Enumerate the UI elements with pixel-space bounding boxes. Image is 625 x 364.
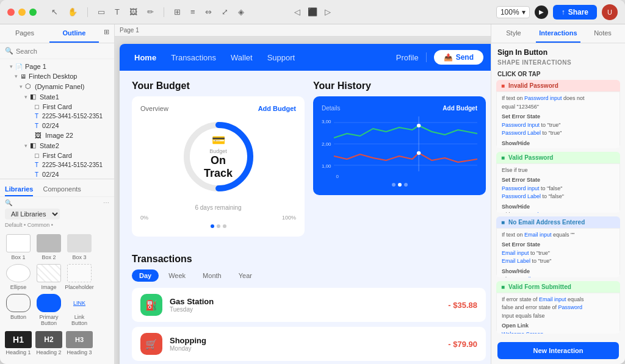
libraries-tabs: Libraries Components <box>0 183 114 197</box>
component-box1[interactable]: Box 1 <box>5 234 32 260</box>
tab-outline[interactable]: Outline <box>49 24 99 43</box>
right-panel: Style Interactions Notes Sign In Button … <box>491 24 625 364</box>
avatar[interactable]: U <box>602 4 618 20</box>
search-input[interactable] <box>16 48 109 55</box>
heading-1[interactable]: H1Heading 1 <box>5 331 32 355</box>
tab-interactions[interactable]: Interactions <box>536 24 580 43</box>
card-header: Overview Add Budget <box>140 105 296 112</box>
zoom-control[interactable]: 100% ▾ <box>496 6 530 18</box>
nav-divider <box>426 52 427 62</box>
transaction-item-gas: ⛽ Gas Station Tuesday - $35.88 <box>132 288 486 322</box>
toolbar-center: ◁ ⬛ ▷ <box>294 7 331 16</box>
interaction-body-3: If text on Email input equals "" Set Err… <box>496 228 620 277</box>
tree-item-page1[interactable]: ▾📄Page 1 <box>0 62 114 71</box>
rectangle-icon[interactable]: ▭ <box>95 6 107 18</box>
nav-transactions[interactable]: Transactions <box>171 53 216 62</box>
tab-notes[interactable]: Notes <box>580 24 625 43</box>
libraries-section: Libraries Components 🔍 ⋯ All Libraries D… <box>0 179 114 364</box>
main-content: Pages Outline ⊞ 🔍 ▾📄Page 1 ▾🖥Fintech Des… <box>0 24 625 364</box>
tab-day[interactable]: Day <box>132 269 159 282</box>
component-primary-button[interactable]: Primary Button <box>35 294 62 326</box>
tab-week[interactable]: Week <box>161 269 193 282</box>
tree-item-first-card-1[interactable]: ▾□First Card <box>0 102 114 112</box>
dot-1 <box>211 224 214 228</box>
grid-icon[interactable]: ⊞ <box>172 6 183 18</box>
history-card: Details Add Budget 3,00 2,00 1,00 <box>313 96 486 195</box>
filter-icon[interactable]: ⊞ <box>99 24 114 43</box>
component-placeholder[interactable]: Placeholder <box>66 264 93 290</box>
nav-wallet[interactable]: Wallet <box>231 53 253 62</box>
tree-item-card-num-2[interactable]: ▾T2225-3441-5152-2351 <box>0 160 114 170</box>
heading-3[interactable]: H3Heading 3 <box>66 331 93 355</box>
share-button[interactable]: ↑ Share <box>553 5 597 20</box>
zoom-level: 100% <box>500 8 519 16</box>
expand-icon[interactable]: ⤢ <box>219 6 231 18</box>
text-icon[interactable]: T <box>112 6 122 18</box>
shopping-name: Shopping <box>170 336 441 345</box>
component-box2[interactable]: Box 2 <box>35 234 62 260</box>
tree-item-date-1[interactable]: ▾T02/24 <box>0 121 114 130</box>
divider <box>87 7 88 17</box>
component-icon[interactable]: ◈ <box>236 6 247 18</box>
tree-item-date-2[interactable]: ▾T02/24 <box>0 170 114 179</box>
nav-home[interactable]: Home <box>134 53 156 62</box>
tree-item-state1[interactable]: ▾◧State1 <box>0 91 114 102</box>
send-icon: 📤 <box>444 53 453 62</box>
tab-pages[interactable]: Pages <box>0 24 49 43</box>
tab-components[interactable]: Components <box>43 183 81 196</box>
panel-tabs: Style Interactions Notes <box>491 24 625 43</box>
app-body: Your Budget Overview Add Budget <box>120 71 491 246</box>
transactions-title: Transactions <box>132 254 486 265</box>
budget-title: Your Budget <box>132 80 305 91</box>
heading-2[interactable]: H2Heading 2 <box>35 331 62 355</box>
interaction-valid-password: ■ Valid Password Else if true Set Error … <box>496 152 620 213</box>
tree-item-state2[interactable]: ▾◧State2 <box>0 140 114 151</box>
tree-item-first-card-2[interactable]: ▾□First Card <box>0 151 114 160</box>
fullscreen-button[interactable] <box>29 9 37 16</box>
component-link-button[interactable]: LINKLink Button <box>66 294 93 326</box>
canvas-page-label: Page 1 <box>115 24 491 37</box>
budget-card: Overview Add Budget <box>132 96 305 237</box>
budget-icon: 💳 <box>198 134 238 147</box>
tree-item-card-num-1[interactable]: ▾T2225-3441-5152-2351 <box>0 112 114 121</box>
preview-left-icon[interactable]: ◁ <box>294 7 300 16</box>
cursor-icon[interactable]: ↖ <box>49 6 60 18</box>
nav-profile[interactable]: Profile <box>396 53 419 62</box>
align-icon[interactable]: ≡ <box>188 6 198 18</box>
shape-interactions-label: SHAPE INTERACTIONS <box>491 59 625 70</box>
hdot-2 <box>398 183 402 187</box>
component-box3[interactable]: Box 3 <box>66 234 93 260</box>
tab-year[interactable]: Year <box>231 269 259 282</box>
library-dropdown[interactable]: All Libraries <box>5 209 60 219</box>
tab-month[interactable]: Month <box>195 269 229 282</box>
play-icon[interactable]: ▶ <box>535 5 548 19</box>
tree-item-dynamic-panel[interactable]: ▾⬡(Dynamic Panel) <box>0 81 114 91</box>
component-button[interactable]: Button <box>5 294 32 326</box>
preview-stop-icon[interactable]: ⬛ <box>308 7 317 16</box>
tab-style[interactable]: Style <box>491 24 536 43</box>
interaction-body-1: If text on Password input does not equal… <box>496 91 620 148</box>
component-image[interactable]: Image <box>35 264 62 290</box>
add-budget-button[interactable]: Add Budget <box>258 105 296 112</box>
component-ellipse[interactable]: Ellipse <box>5 264 32 290</box>
history-add-budget[interactable]: Add Budget <box>443 105 477 112</box>
gas-station-details: Gas Station Tuesday <box>170 297 441 313</box>
close-button[interactable] <box>7 9 15 16</box>
send-button[interactable]: 📤 Send <box>434 50 483 65</box>
interaction-header-green2: ■ Valid Form Submitted <box>496 281 620 293</box>
budget-section: Your Budget Overview Add Budget <box>132 80 305 237</box>
distribute-icon[interactable]: ⇔ <box>203 6 214 18</box>
nav-support[interactable]: Support <box>267 53 295 62</box>
svg-point-7 <box>416 151 420 155</box>
preview-right-icon[interactable]: ▷ <box>325 7 331 16</box>
minimize-button[interactable] <box>18 9 26 16</box>
hand-icon[interactable]: ✋ <box>65 6 80 18</box>
image-tool-icon[interactable]: 🖼 <box>127 6 140 18</box>
tab-libraries[interactable]: Libraries <box>5 183 33 196</box>
pen-icon[interactable]: ✏ <box>145 6 156 18</box>
tree-item-fintech[interactable]: ▾🖥Fintech Desktop <box>0 71 114 81</box>
tree-item-image22-1[interactable]: ▾🖼Image 22 <box>0 130 114 140</box>
new-interaction-button[interactable]: New Interaction <box>497 342 619 359</box>
interaction-invalid-password: ■ Invalid Password If text on Password i… <box>496 80 620 148</box>
donut-chart: 💳 Budget On Track <box>179 117 258 196</box>
